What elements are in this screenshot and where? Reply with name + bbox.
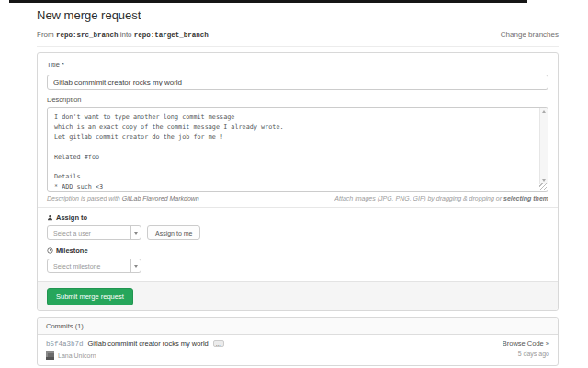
attach-hint: Attach images (JPG, PNG, GIF) by draggin… bbox=[334, 195, 548, 201]
browse-code-link[interactable]: Browse Code » bbox=[503, 339, 549, 348]
description-textarea[interactable]: I don't want to type another long commit… bbox=[47, 107, 548, 192]
milestone-select[interactable]: Select milestone bbox=[47, 259, 141, 273]
assignee-row: Select a user Assign to me bbox=[47, 225, 548, 240]
milestone-icon bbox=[47, 247, 53, 254]
commit-author: Lana Unicorn bbox=[58, 352, 96, 359]
commit-info: b5f4a3b7d Gitlab commimit creator rocks … bbox=[46, 339, 224, 360]
form-body: Title * Description I don't want to type… bbox=[38, 53, 558, 281]
commits-header: Commits (1) bbox=[38, 318, 558, 335]
commits-panel: Commits (1) b5f4a3b7d Gitlab commimit cr… bbox=[37, 317, 559, 366]
from-label: From bbox=[37, 30, 54, 39]
into-label: into bbox=[120, 30, 132, 39]
assignee-select[interactable]: Select a user bbox=[47, 225, 141, 240]
milestone-placeholder: Select milestone bbox=[53, 263, 100, 270]
markdown-link[interactable]: GitLab Flavored Markdown bbox=[122, 195, 199, 201]
source-branch-ref: repo:src_branch bbox=[56, 31, 119, 39]
assign-to-icon bbox=[47, 214, 53, 221]
markdown-hint-text: Description is parsed with bbox=[47, 195, 120, 201]
select-files-link[interactable]: selecting them bbox=[503, 195, 548, 201]
target-branch-ref: repo:target_branch bbox=[134, 31, 209, 39]
merge-request-form: Title * Description I don't want to type… bbox=[37, 52, 559, 311]
new-merge-request-page: New merge request From repo:src_branch i… bbox=[37, 0, 559, 366]
submit-merge-request-button[interactable]: Submit merge request bbox=[47, 288, 133, 305]
commit-row: b5f4a3b7d Gitlab commimit creator rocks … bbox=[38, 335, 558, 365]
scroll-up-icon[interactable] bbox=[540, 108, 548, 115]
title-label: Title * bbox=[47, 61, 548, 69]
textarea-scrollbar[interactable] bbox=[539, 108, 548, 184]
hints-row: Description is parsed with GitLab Flavor… bbox=[47, 195, 548, 201]
branch-row: From repo:src_branch into repo:target_br… bbox=[37, 30, 559, 47]
description-text: I don't want to type another long commit… bbox=[48, 108, 548, 191]
commit-time: 5 days ago bbox=[518, 351, 549, 357]
caret-down-icon bbox=[130, 226, 141, 239]
caret-down-icon bbox=[130, 259, 141, 272]
commit-sha-link[interactable]: b5f4a3b7d bbox=[46, 340, 84, 348]
markdown-hint: Description is parsed with GitLab Flavor… bbox=[47, 195, 199, 201]
milestone-label: Milestone bbox=[47, 247, 548, 255]
title-input[interactable] bbox=[47, 75, 548, 90]
commit-toggle-button[interactable]: ... bbox=[213, 340, 224, 347]
form-divider bbox=[38, 207, 558, 208]
branch-info: From repo:src_branch into repo:target_br… bbox=[37, 30, 209, 39]
page-title: New merge request bbox=[37, 8, 559, 22]
assignee-placeholder: Select a user bbox=[53, 230, 91, 236]
change-branches-link[interactable]: Change branches bbox=[501, 30, 559, 39]
top-border bbox=[9, 0, 527, 3]
resize-handle-icon[interactable] bbox=[539, 183, 547, 190]
assign-to-label: Assign to bbox=[47, 213, 548, 222]
assign-to-me-button[interactable]: Assign to me bbox=[147, 225, 200, 240]
attach-hint-text: Attach images (JPG, PNG, GIF) by draggin… bbox=[334, 195, 503, 201]
commit-title: Gitlab commimit creator rocks my world bbox=[88, 339, 209, 348]
form-actions: Submit merge request bbox=[38, 281, 558, 310]
description-label: Description bbox=[47, 96, 548, 104]
avatar bbox=[46, 351, 54, 360]
commit-meta: Browse Code » 5 days ago bbox=[503, 339, 549, 360]
